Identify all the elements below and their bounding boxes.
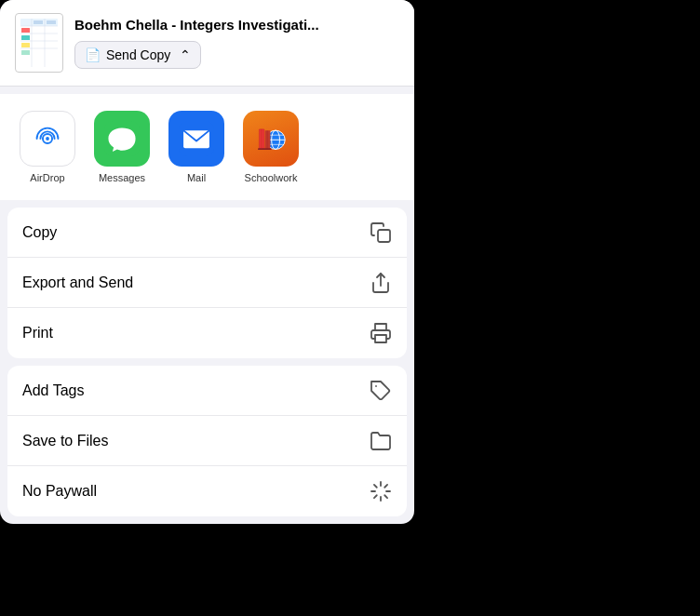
- tag-icon: [370, 380, 392, 402]
- document-thumbnail: [15, 13, 63, 73]
- svg-rect-34: [375, 335, 386, 342]
- app-item-messages[interactable]: Messages: [89, 111, 155, 183]
- svg-rect-9: [21, 35, 30, 40]
- svg-line-43: [384, 485, 387, 488]
- svg-rect-10: [21, 43, 30, 47]
- share-panel: Boehm Chella - Integers Investigati... 📄…: [0, 0, 414, 524]
- add-tags-action[interactable]: Add Tags: [7, 366, 407, 416]
- no-paywall-label: No Paywall: [22, 483, 97, 500]
- svg-line-39: [384, 495, 387, 498]
- app-item-schoolwork[interactable]: Schoolwork: [238, 111, 303, 183]
- mail-label: Mail: [187, 172, 206, 183]
- loader-icon: [370, 480, 392, 502]
- messages-icon: [94, 111, 150, 167]
- messages-label: Messages: [99, 172, 145, 183]
- export-and-send-label: Export and Send: [22, 275, 133, 291]
- document-title: Boehm Chella - Integers Investigati...: [74, 17, 399, 33]
- app-item-mail[interactable]: Mail: [164, 111, 229, 183]
- svg-rect-32: [378, 230, 390, 242]
- print-action[interactable]: Print: [7, 308, 407, 358]
- no-paywall-action[interactable]: No Paywall: [7, 466, 407, 516]
- chevron-icon: ⌃: [180, 47, 191, 62]
- print-icon: [370, 322, 392, 344]
- svg-point-16: [46, 137, 49, 141]
- save-to-files-label: Save to Files: [22, 433, 108, 449]
- copy-icon: [370, 221, 392, 244]
- mail-icon: [168, 111, 224, 167]
- copy-label: Copy: [22, 224, 57, 241]
- export-and-send-action[interactable]: Export and Send: [7, 258, 407, 308]
- folder-icon: [370, 430, 392, 452]
- svg-rect-13: [47, 20, 56, 24]
- svg-rect-12: [34, 20, 43, 24]
- airdrop-label: AirDrop: [30, 172, 64, 183]
- share-header: Boehm Chella - Integers Investigati... 📄…: [0, 0, 414, 87]
- secondary-actions: Add Tags Save to Files No Paywall: [7, 366, 407, 516]
- app-item-airdrop[interactable]: AirDrop: [15, 111, 80, 183]
- export-icon: [370, 272, 392, 294]
- header-right: Boehm Chella - Integers Investigati... 📄…: [74, 17, 399, 69]
- svg-line-38: [374, 485, 377, 488]
- print-label: Print: [22, 325, 53, 341]
- svg-rect-26: [259, 129, 264, 150]
- svg-rect-29: [258, 148, 272, 150]
- svg-rect-11: [21, 50, 30, 55]
- primary-actions: Copy Export and Send Print: [7, 208, 407, 358]
- airdrop-icon: [20, 111, 75, 167]
- send-copy-label: Send Copy: [106, 47, 170, 62]
- send-copy-button[interactable]: 📄 Send Copy ⌃: [74, 41, 201, 69]
- schoolwork-label: Schoolwork: [245, 172, 298, 183]
- send-copy-doc-icon: 📄: [85, 47, 101, 62]
- schoolwork-icon: [243, 111, 299, 167]
- apps-row: AirDrop Messages Mail: [0, 94, 414, 200]
- copy-action[interactable]: Copy: [7, 208, 407, 258]
- svg-line-42: [374, 495, 377, 498]
- save-to-files-action[interactable]: Save to Files: [7, 416, 407, 466]
- svg-rect-28: [265, 130, 271, 149]
- svg-rect-8: [21, 28, 30, 33]
- add-tags-label: Add Tags: [22, 382, 84, 399]
